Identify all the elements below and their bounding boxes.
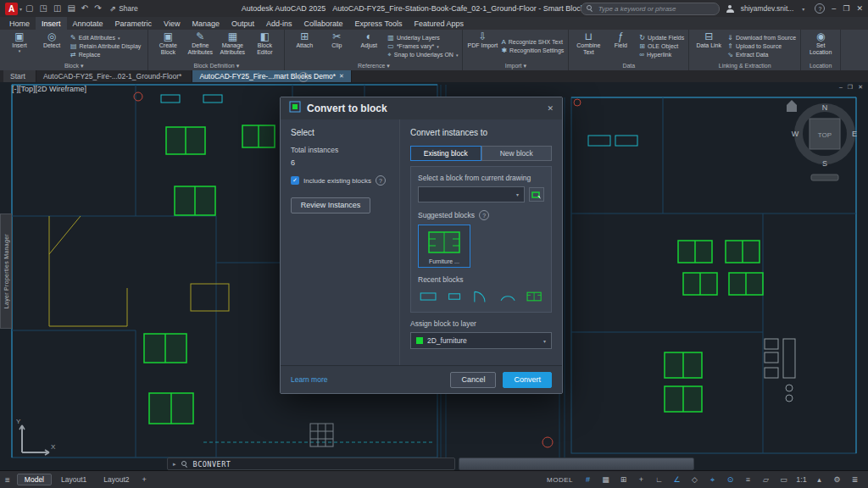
help-icon[interactable]: ? — [815, 3, 825, 14]
selection-cycling-icon[interactable]: ▭ — [776, 474, 792, 485]
review-instances-button[interactable]: Review Instances — [291, 197, 370, 214]
ribbon-panel-title[interactable]: Reference ▾ — [285, 61, 462, 70]
viewport-close-icon[interactable]: ✕ — [858, 84, 863, 91]
ribbon-small-button[interactable]: ▤ Retain Attribute Display — [70, 43, 143, 50]
app-menu-caret-icon[interactable]: ▾ — [19, 6, 22, 12]
customization-icon[interactable]: ≣ — [847, 474, 863, 485]
layer-dropdown[interactable]: 2D_furniture ▾ — [410, 332, 552, 349]
recent-block-door[interactable] — [470, 288, 491, 305]
block-select-dropdown[interactable]: ▾ — [418, 186, 525, 202]
command-line-extension[interactable] — [459, 458, 694, 470]
ribbon-small-button[interactable]: ⇘ Extract Data — [727, 52, 796, 58]
share-button[interactable]: ⇗ Share — [110, 4, 138, 13]
viewport-restore-icon[interactable]: ❐ — [848, 84, 853, 91]
infer-constraints-icon[interactable]: ⊞ — [615, 474, 632, 485]
ribbon-panel-title[interactable]: Import ▾ — [463, 61, 568, 70]
ribbon-tab[interactable]: Annotate — [67, 17, 109, 30]
ribbon-button[interactable]: ƒ Field — [605, 31, 636, 61]
close-button[interactable]: ✕ — [856, 5, 863, 13]
lineweight-icon[interactable]: ≡ — [740, 474, 756, 485]
undo-icon[interactable]: ↶ — [81, 4, 88, 13]
ribbon-small-button[interactable]: ↻ Update Fields — [639, 35, 684, 42]
isodraft-icon[interactable]: ◇ — [687, 474, 703, 485]
user-name[interactable]: shiyamdev.snit... — [741, 4, 794, 13]
ribbon-small-button[interactable]: ⇑ Upload to Source — [727, 43, 796, 50]
ribbon-tab[interactable]: Add-ins — [260, 17, 298, 30]
layout-tab[interactable]: Layout2 — [96, 474, 136, 485]
ribbon-small-button[interactable]: ⌖ Snap to Underlays ON ▾ — [387, 52, 458, 58]
model-space-label[interactable]: MODEL — [547, 476, 573, 484]
viewport-controls[interactable]: [-][Top][2D Wireframe] — [12, 85, 86, 93]
object-snap-icon[interactable]: ⊙ — [722, 474, 738, 485]
ribbon-button[interactable]: ⊞ Attach — [289, 31, 320, 61]
dialog-titlebar[interactable]: Convert to block ✕ — [281, 97, 562, 119]
recent-block-rect[interactable] — [418, 288, 438, 305]
restore-button[interactable]: ❐ — [843, 5, 849, 13]
ribbon-tab[interactable]: Collaborate — [298, 17, 349, 30]
layout-menu-icon[interactable]: ≡ — [5, 475, 10, 485]
ribbon-small-button[interactable]: ▥ Underlay Layers — [387, 35, 458, 42]
file-tab[interactable]: AutoCAD-FY25_Fire-...mart Blocks Demo* ✕ — [192, 70, 351, 82]
ribbon-small-button[interactable]: ⊞ OLE Object — [639, 43, 684, 50]
ortho-mode-icon[interactable]: ∟ — [651, 474, 667, 485]
layout-tab[interactable]: Model — [17, 474, 52, 485]
recent-block-arc[interactable] — [498, 288, 518, 305]
new-layout-button[interactable]: + — [142, 475, 147, 484]
help-icon[interactable]: ? — [376, 175, 386, 186]
ribbon-panel-title[interactable]: Block Definition ▾ — [148, 61, 284, 70]
transparency-icon[interactable]: ▱ — [758, 474, 774, 485]
recent-block-rect-small[interactable] — [444, 288, 465, 305]
ribbon-small-button[interactable]: ∞ Hyperlink — [639, 52, 684, 58]
ribbon-small-button[interactable]: ✎ Edit Attributes ▾ — [70, 35, 143, 42]
file-tab[interactable]: AutoCAD-FY25_Fire-...02-1_Ground-Floor* — [36, 70, 192, 82]
ribbon-button[interactable]: ◉ Set Location — [805, 31, 836, 61]
ribbon-small-button[interactable]: ▭ *Frames vary* ▾ — [387, 43, 458, 50]
file-tab[interactable]: Start — [3, 70, 36, 82]
learn-more-link[interactable]: Learn more — [291, 375, 327, 384]
layer-properties-palette-tab[interactable]: Layer Properties Manager — [0, 214, 12, 329]
open-file-icon[interactable]: ◳ — [39, 4, 47, 13]
search-input[interactable] — [597, 4, 714, 14]
new-drawing-tab-button[interactable]: + — [298, 72, 309, 82]
ribbon-panel-title[interactable]: Data — [569, 61, 688, 70]
ribbon-tab[interactable]: Featured Apps — [408, 17, 470, 30]
grid-icon[interactable]: # — [580, 474, 596, 485]
ribbon-button[interactable]: ▦ Manage Attributes — [217, 31, 248, 61]
ribbon-panel-title[interactable]: Block ▾ — [0, 61, 147, 70]
suggested-block-tile[interactable]: Furniture ... — [418, 225, 470, 268]
layout-tab[interactable]: Layout1 — [53, 474, 94, 485]
cancel-button[interactable]: Cancel — [450, 372, 496, 388]
ribbon-button[interactable]: ▣ Create Block — [153, 31, 183, 61]
ribbon-small-button[interactable]: ⇓ Download from Source — [727, 35, 796, 42]
ribbon-tab[interactable]: Express Tools — [349, 17, 409, 30]
user-menu-caret-icon[interactable]: ▾ — [802, 6, 804, 12]
convert-tab[interactable]: Existing block — [410, 146, 481, 161]
ribbon-small-button[interactable]: ⇄ Replace — [70, 52, 143, 58]
new-file-icon[interactable]: ▢ — [25, 4, 33, 13]
ribbon-button[interactable]: ✂ Clip — [321, 31, 352, 61]
ribbon-button[interactable]: ◐ Adjust — [353, 31, 384, 61]
ribbon-small-button[interactable]: ✱ Recognition Settings — [501, 47, 564, 54]
command-input[interactable]: ▸ BCONVERT — [167, 458, 455, 470]
viewport-minimize-icon[interactable]: – — [839, 84, 843, 91]
convert-tab[interactable]: New block — [481, 146, 553, 161]
ribbon-panel-title[interactable]: Location — [801, 61, 840, 70]
snap-mode-icon[interactable]: ▦ — [598, 474, 614, 485]
ribbon-tab[interactable]: View — [158, 17, 186, 30]
autocad-logo[interactable]: A — [5, 3, 18, 15]
ribbon-button[interactable]: ◧ Block Editor — [249, 31, 280, 61]
convert-button[interactable]: Convert — [503, 372, 552, 388]
ribbon-button[interactable]: ⇩ PDF Import — [467, 31, 498, 61]
redo-icon[interactable]: ↷ — [94, 4, 101, 13]
dynamic-input-icon[interactable]: + — [633, 474, 649, 485]
ribbon-tab[interactable]: Parametric — [109, 17, 159, 30]
object-snap-tracking-icon[interactable]: ⌖ — [704, 474, 721, 485]
include-existing-blocks-checkbox[interactable]: ✓ Include existing blocks ? — [291, 175, 391, 186]
minimize-button[interactable]: – — [832, 5, 836, 13]
ribbon-button[interactable]: ✎ Define Attributes — [185, 31, 215, 61]
annotation-visibility-icon[interactable]: ▴ — [811, 474, 827, 485]
ribbon-tab[interactable]: Manage — [186, 17, 225, 30]
ribbon-button[interactable]: ◎ Detect — [36, 31, 67, 61]
polar-tracking-icon[interactable]: ∠ — [669, 474, 685, 485]
workspace-switching-icon[interactable]: ⚙ — [829, 474, 845, 485]
